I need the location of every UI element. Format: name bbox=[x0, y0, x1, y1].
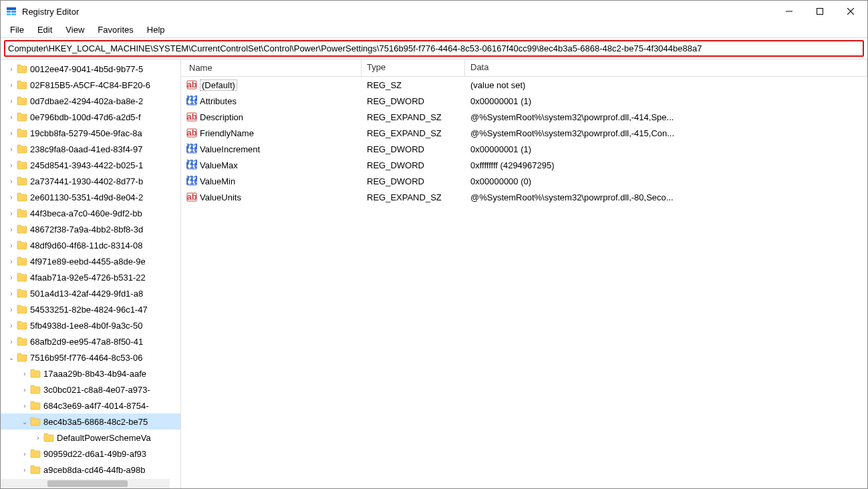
value-type: REG_DWORD bbox=[361, 176, 465, 186]
regedit-icon bbox=[6, 6, 17, 17]
folder-icon bbox=[17, 208, 27, 218]
titlebar[interactable]: Registry Editor bbox=[1, 1, 867, 22]
chevron-right-icon[interactable]: › bbox=[6, 65, 17, 73]
chevron-right-icon[interactable]: › bbox=[19, 466, 30, 474]
chevron-right-icon[interactable]: › bbox=[6, 98, 17, 105]
chevron-right-icon[interactable]: › bbox=[6, 146, 17, 153]
tree-item[interactable]: ›501a4d13-42af-4429-9fd1-a8 bbox=[1, 285, 180, 301]
tree-item[interactable]: ›44f3beca-a7c0-460e-9df2-bb bbox=[1, 205, 180, 221]
tree-item-label: 8ec4b3a5-6868-48c2-be75 bbox=[43, 417, 148, 427]
tree-item[interactable]: ›02F815B5-A5CF-4C84-BF20-6 bbox=[1, 77, 180, 93]
tree-item[interactable]: ›0d7dbae2-4294-402a-ba8e-2 bbox=[1, 93, 180, 109]
tree-item[interactable]: ›54533251-82be-4824-96c1-47 bbox=[1, 301, 180, 317]
chevron-right-icon[interactable]: › bbox=[6, 82, 17, 89]
tree-item[interactable]: ⌄7516b95f-f776-4464-8c53-06 bbox=[1, 349, 180, 365]
tree-item[interactable]: ›48672f38-7a9a-4bb2-8bf8-3d bbox=[1, 221, 180, 237]
chevron-right-icon[interactable]: › bbox=[6, 194, 17, 201]
folder-icon bbox=[17, 337, 27, 346]
folder-icon bbox=[17, 224, 27, 234]
value-data: 0x00000001 (1) bbox=[465, 144, 867, 154]
tree-item-label: 2e601130-5351-4d9d-8e04-2 bbox=[30, 192, 143, 202]
tree-pane[interactable]: ›0012ee47-9041-4b5d-9b77-5›02F815B5-A5CF… bbox=[1, 59, 181, 488]
tree-item[interactable]: ›a9ceb8da-cd46-44fb-a98b bbox=[1, 462, 180, 478]
tree-item[interactable]: ›48df9d60-4f68-11dc-8314-08 bbox=[1, 237, 180, 253]
value-row[interactable]: ValueMaxREG_DWORD0xffffffff (4294967295) bbox=[181, 157, 867, 173]
value-row[interactable]: (Default)REG_SZ(value not set) bbox=[181, 77, 867, 93]
tree-item[interactable]: ›90959d22-d6a1-49b9-af93 bbox=[1, 446, 180, 462]
tree-item-label: 48672f38-7a9a-4bb2-8bf8-3d bbox=[30, 224, 143, 234]
value-data: 0x00000000 (0) bbox=[465, 176, 867, 186]
column-header-type[interactable]: Type bbox=[361, 59, 465, 76]
chevron-right-icon[interactable]: › bbox=[6, 338, 17, 345]
horizontal-scrollbar[interactable] bbox=[1, 479, 170, 488]
tree-item[interactable]: ›DefaultPowerSchemeVa bbox=[1, 430, 180, 446]
tree-item[interactable]: ›3c0bc021-c8a8-4e07-a973- bbox=[1, 381, 180, 397]
folder-icon bbox=[17, 321, 27, 330]
folder-icon bbox=[17, 176, 27, 186]
menu-edit[interactable]: Edit bbox=[31, 23, 59, 37]
menu-help[interactable]: Help bbox=[140, 23, 172, 37]
close-button[interactable] bbox=[835, 1, 866, 21]
value-row[interactable]: FriendlyNameREG_EXPAND_SZ@%SystemRoot%\s… bbox=[181, 125, 867, 141]
value-row[interactable]: DescriptionREG_EXPAND_SZ@%SystemRoot%\sy… bbox=[181, 109, 867, 125]
tree-item[interactable]: ›2a737441-1930-4402-8d77-b bbox=[1, 173, 180, 189]
tree-item[interactable]: ›5fb4938d-1ee8-4b0f-9a3c-50 bbox=[1, 317, 180, 333]
chevron-right-icon[interactable]: › bbox=[6, 274, 17, 281]
tree-item-label: 501a4d13-42af-4429-9fd1-a8 bbox=[30, 289, 143, 299]
tree-item[interactable]: ›4f971e89-eebd-4455-a8de-9e bbox=[1, 253, 180, 269]
chevron-right-icon[interactable]: › bbox=[6, 290, 17, 297]
tree-item[interactable]: ›245d8541-3943-4422-b025-1 bbox=[1, 157, 180, 173]
menu-view[interactable]: View bbox=[59, 23, 91, 37]
chevron-right-icon[interactable]: › bbox=[6, 306, 17, 313]
column-header-data[interactable]: Data bbox=[465, 59, 867, 76]
column-headers[interactable]: Name Type Data bbox=[181, 59, 867, 77]
tree-item[interactable]: ›684c3e69-a4f7-4014-8754- bbox=[1, 397, 180, 414]
folder-icon bbox=[17, 160, 27, 170]
chevron-right-icon[interactable]: › bbox=[19, 370, 30, 377]
chevron-right-icon[interactable]: › bbox=[19, 402, 30, 410]
tree-item[interactable]: ›17aaa29b-8b43-4b94-aafe bbox=[1, 365, 180, 381]
minimize-button[interactable] bbox=[774, 1, 805, 21]
tree-item[interactable]: ›0e796bdb-100d-47d6-a2d5-f bbox=[1, 109, 180, 125]
tree-item[interactable]: ›4faab71a-92e5-4726-b531-22 bbox=[1, 269, 180, 285]
chevron-right-icon[interactable]: › bbox=[6, 226, 17, 233]
chevron-right-icon[interactable]: › bbox=[6, 242, 17, 249]
menu-favorites[interactable]: Favorites bbox=[91, 23, 140, 37]
value-row[interactable]: ValueMinREG_DWORD0x00000000 (0) bbox=[181, 173, 867, 189]
value-row[interactable]: ValueIncrementREG_DWORD0x00000001 (1) bbox=[181, 141, 867, 157]
folder-icon bbox=[30, 465, 41, 474]
chevron-down-icon[interactable]: ⌄ bbox=[6, 354, 17, 361]
chevron-right-icon[interactable]: › bbox=[6, 210, 17, 217]
folder-icon bbox=[30, 417, 41, 426]
chevron-right-icon[interactable]: › bbox=[6, 258, 17, 265]
folder-icon bbox=[17, 112, 27, 122]
folder-icon bbox=[17, 64, 27, 73]
tree-item[interactable]: ›19cbb8fa-5279-450e-9fac-8a bbox=[1, 125, 180, 141]
tree-item[interactable]: ›238c9fa8-0aad-41ed-83f4-97 bbox=[1, 141, 180, 157]
tree-item-label: 90959d22-d6a1-49b9-af93 bbox=[43, 449, 146, 459]
tree-item[interactable]: ›68afb2d9-ee95-47a8-8f50-41 bbox=[1, 333, 180, 349]
tree-item[interactable]: ⌄8ec4b3a5-6868-48c2-be75 bbox=[1, 414, 180, 430]
chevron-right-icon[interactable]: › bbox=[19, 386, 30, 393]
value-type: REG_DWORD bbox=[361, 96, 465, 106]
chevron-down-icon[interactable]: ⌄ bbox=[19, 418, 30, 426]
values-list[interactable]: (Default)REG_SZ(value not set)Attributes… bbox=[181, 77, 867, 488]
menu-file[interactable]: File bbox=[3, 23, 31, 37]
chevron-right-icon[interactable]: › bbox=[6, 114, 17, 121]
tree-item[interactable]: ›0012ee47-9041-4b5d-9b77-5 bbox=[1, 61, 180, 77]
value-data: 0x00000001 (1) bbox=[465, 96, 867, 106]
chevron-right-icon[interactable]: › bbox=[6, 130, 17, 137]
maximize-button[interactable] bbox=[805, 1, 835, 21]
chevron-right-icon[interactable]: › bbox=[33, 434, 43, 442]
chevron-right-icon[interactable]: › bbox=[19, 450, 30, 458]
column-header-name[interactable]: Name bbox=[181, 59, 361, 76]
value-row[interactable]: AttributesREG_DWORD0x00000001 (1) bbox=[181, 93, 867, 109]
tree-item[interactable]: ›2e601130-5351-4d9d-8e04-2 bbox=[1, 189, 180, 205]
chevron-right-icon[interactable]: › bbox=[6, 178, 17, 185]
tree-item-label: 3c0bc021-c8a8-4e07-a973- bbox=[43, 385, 150, 395]
address-input[interactable] bbox=[4, 40, 864, 57]
value-row[interactable]: ValueUnitsREG_EXPAND_SZ@%SystemRoot%\sys… bbox=[181, 189, 867, 205]
chevron-right-icon[interactable]: › bbox=[6, 162, 17, 169]
tree-item-label: 44f3beca-a7c0-460e-9df2-bb bbox=[30, 208, 142, 218]
chevron-right-icon[interactable]: › bbox=[6, 322, 17, 329]
